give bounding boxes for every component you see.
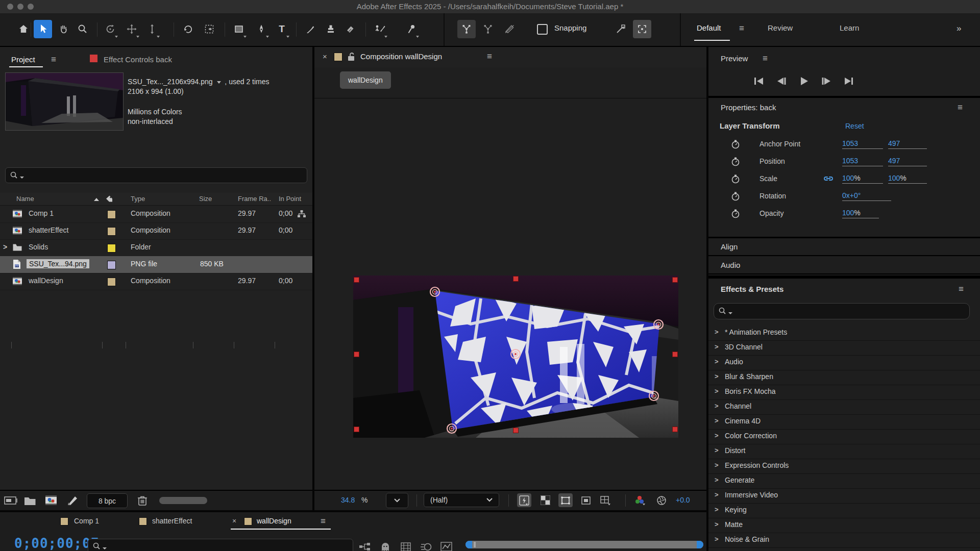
home-tool[interactable] — [14, 20, 33, 38]
fx-category-expression-controls[interactable]: >Expression Controls — [708, 459, 980, 474]
expand-chevron-icon[interactable]: > — [3, 243, 7, 251]
snapping-label[interactable]: Snapping — [554, 23, 586, 32]
project-panel-menu-icon[interactable]: ≡ — [51, 55, 56, 65]
project-row-comp1[interactable]: Comp 1 Composition 29.97 0;00 — [0, 206, 312, 223]
fast-previews-button[interactable] — [517, 493, 531, 507]
pan-behind-tool[interactable] — [200, 20, 218, 38]
draft-3d-button[interactable] — [378, 542, 393, 551]
scrollbar-right-cap[interactable] — [697, 541, 703, 548]
item-name[interactable]: wallDesign — [29, 277, 63, 285]
project-row-ssu-texture-selected[interactable]: SSU_Tex...94.png PNG file 850 KB — [0, 256, 312, 273]
label-color-tan[interactable] — [107, 227, 116, 236]
footage-dropdown-caret-icon[interactable] — [217, 81, 221, 84]
search-options-caret-icon[interactable] — [103, 547, 107, 549]
pen-tool[interactable] — [252, 20, 271, 38]
trash-icon[interactable] — [137, 494, 148, 507]
column-size[interactable]: Size — [199, 195, 212, 203]
brush-tool[interactable] — [301, 20, 320, 38]
motion-blur-button[interactable] — [419, 542, 434, 551]
mask-visibility-button[interactable] — [558, 493, 573, 507]
new-composition-icon[interactable] — [45, 494, 58, 507]
fx-category-distort[interactable]: >Distort — [708, 444, 980, 459]
fx-category-matte[interactable]: >Matte — [708, 518, 980, 533]
node-tool-secondary[interactable] — [479, 20, 497, 38]
label-color-tan[interactable] — [107, 278, 116, 286]
footage-name[interactable]: SSU_Tex..._2106x994.png — [128, 78, 213, 86]
bbox-handle-mid-left[interactable] — [354, 352, 359, 357]
fx-category-generate[interactable]: >Generate — [708, 473, 980, 489]
exposure-value[interactable]: +0.0 — [676, 496, 690, 504]
align-panel-bar[interactable]: Align — [708, 239, 980, 256]
label-color-lavender[interactable] — [107, 261, 116, 269]
rotation-tool[interactable] — [179, 20, 197, 38]
snapping-checkbox[interactable] — [537, 24, 548, 35]
fx-category-keying[interactable]: >Keying — [708, 503, 980, 518]
bbox-handle-bottom-right[interactable] — [672, 427, 678, 432]
fx-category-blur-sharpen[interactable]: >Blur & Sharpen — [708, 370, 980, 385]
pan-camera-tool[interactable] — [122, 20, 141, 38]
stopwatch-icon[interactable] — [731, 191, 740, 202]
bbox-handle-bottom-center[interactable] — [513, 428, 519, 433]
audio-panel-bar[interactable]: Audio — [708, 257, 980, 274]
effects-panel-menu-icon[interactable]: ≡ — [959, 284, 964, 294]
search-options-caret-icon[interactable] — [728, 312, 732, 314]
close-tab-icon[interactable]: × — [232, 517, 236, 525]
tab-project[interactable]: Project — [11, 55, 35, 64]
next-frame-button[interactable] — [817, 73, 836, 89]
column-in-point[interactable]: In Point — [279, 195, 301, 203]
reset-button[interactable]: Reset — [845, 122, 864, 130]
first-frame-button[interactable] — [749, 73, 769, 89]
opacity-field[interactable]: 100% — [842, 209, 879, 218]
column-type[interactable]: Type — [131, 195, 145, 203]
clone-stamp-tool[interactable] — [322, 20, 340, 38]
workspace-menu-icon[interactable]: ≡ — [739, 23, 744, 34]
timeline-panel-menu-icon[interactable]: ≡ — [321, 516, 326, 527]
column-name[interactable]: Name — [16, 195, 34, 203]
composition-viewport[interactable] — [314, 98, 706, 491]
column-frame-rate[interactable]: Frame Ra.. — [238, 195, 271, 203]
preview-panel-title[interactable]: Preview — [721, 54, 748, 63]
fx-category-obsolete[interactable]: >Obsolete — [708, 547, 980, 551]
fx-category-audio[interactable]: >Audio — [708, 355, 980, 370]
dolly-camera-tool[interactable] — [143, 20, 161, 38]
stopwatch-icon[interactable] — [731, 157, 740, 167]
frame-blending-button[interactable] — [398, 542, 413, 551]
timeline-search-input[interactable] — [88, 539, 353, 551]
timeline-tab-shattereffect[interactable]: shatterEffect — [152, 517, 192, 525]
new-folder-icon[interactable] — [23, 494, 37, 507]
zoom-value[interactable]: 34.8 — [341, 496, 355, 504]
scrollbar-left-cap[interactable] — [465, 541, 472, 548]
workspace-tab-default[interactable]: Default — [697, 23, 721, 32]
fx-category-immersive-video[interactable]: >Immersive Video — [708, 488, 980, 504]
bbox-handle-top-right[interactable] — [672, 277, 678, 283]
timeline-tab-walldesign[interactable]: wallDesign — [257, 517, 291, 525]
sort-ascending-icon[interactable] — [94, 198, 99, 201]
position-y-field[interactable]: 497 — [888, 157, 927, 166]
transparency-grid-button[interactable] — [538, 493, 552, 507]
bbox-handle-mid-right[interactable] — [672, 352, 678, 357]
pin-arrow-tool[interactable] — [611, 20, 630, 38]
search-options-caret-icon[interactable] — [20, 177, 24, 179]
label-column-icon[interactable] — [105, 195, 113, 203]
align-to-layer-tool[interactable] — [633, 20, 651, 38]
timeline-tab-comp1[interactable]: Comp 1 — [74, 517, 99, 525]
label-color-tan[interactable] — [107, 210, 116, 219]
unlock-icon[interactable] — [347, 52, 355, 61]
scrollbar-handle[interactable] — [474, 542, 476, 547]
bbox-handle-top-center[interactable] — [513, 276, 519, 282]
orbit-camera-tool[interactable] — [101, 20, 119, 38]
item-name[interactable]: Comp 1 — [29, 209, 54, 217]
anchor-x-field[interactable]: 1053 — [842, 139, 883, 149]
composition-image[interactable] — [353, 276, 678, 438]
rectangle-tool[interactable] — [230, 20, 248, 38]
effects-search-input[interactable] — [714, 303, 970, 319]
workspace-overflow-icon[interactable]: » — [957, 23, 961, 34]
position-x-field[interactable]: 1053 — [842, 157, 883, 166]
interpret-footage-icon[interactable] — [4, 495, 19, 506]
item-name[interactable]: SSU_Tex...94.png — [27, 259, 89, 268]
fx-category-3d-channel[interactable]: >3D Channel — [708, 340, 980, 356]
project-row-walldesign[interactable]: wallDesign Composition 29.97 0;00 — [0, 273, 312, 290]
preview-panel-menu-icon[interactable]: ≡ — [763, 54, 768, 64]
workspace-tab-review[interactable]: Review — [768, 23, 793, 32]
timeline-zoom-scrollbar[interactable] — [465, 541, 703, 548]
